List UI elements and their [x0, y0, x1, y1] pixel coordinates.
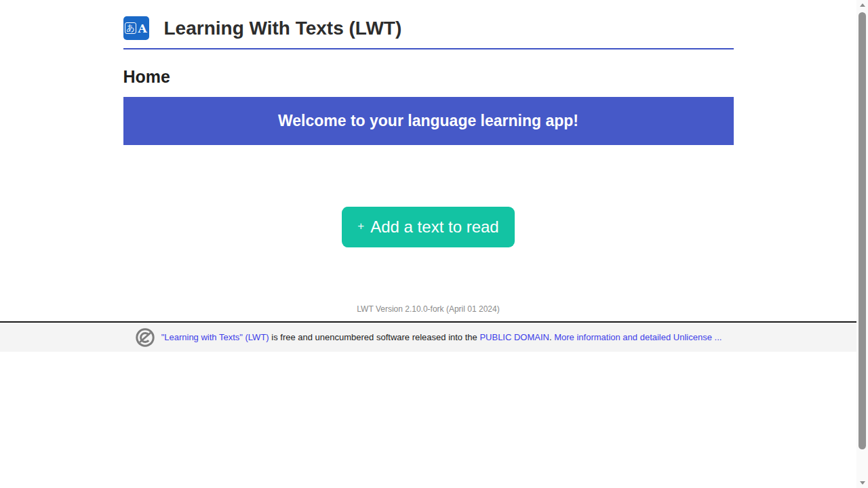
footer-bar: "Learning with Texts" (LWT) is free and …	[0, 321, 868, 352]
welcome-banner-text: Welcome to your language learning app!	[278, 112, 578, 130]
footer-link-more-info[interactable]: More information and detailed Unlicense …	[554, 332, 722, 342]
arrow-down-icon[interactable]	[856, 478, 868, 488]
scrollbar-thumb[interactable]	[859, 12, 866, 449]
action-row: + Add a text to read	[123, 207, 734, 247]
page-content: あ A Learning With Texts (LWT) Home Welco…	[123, 0, 734, 314]
arrow-up-icon[interactable]	[856, 0, 868, 10]
page-heading: Home	[123, 67, 734, 87]
translate-icon-latin-glyph: A	[138, 22, 147, 35]
add-text-button[interactable]: + Add a text to read	[342, 207, 514, 247]
app-header: あ A Learning With Texts (LWT)	[123, 0, 734, 49]
translate-icon: あ A	[123, 16, 149, 40]
browser-viewport: あ A Learning With Texts (LWT) Home Welco…	[0, 0, 856, 488]
app-title: Learning With Texts (LWT)	[164, 18, 402, 39]
add-text-button-label: Add a text to read	[370, 218, 498, 237]
welcome-banner: Welcome to your language learning app!	[123, 97, 734, 145]
version-text: LWT Version 2.10.0-fork (April 01 2024)	[123, 304, 734, 314]
public-domain-unlicense-icon	[135, 327, 155, 348]
plus-icon: +	[357, 220, 364, 233]
translate-icon-jp-glyph: あ	[125, 22, 136, 33]
footer-link-public-domain[interactable]: PUBLIC DOMAIN	[479, 332, 549, 342]
vertical-scrollbar[interactable]	[856, 0, 868, 488]
footer-middle-text: is free and unencumbered software releas…	[269, 332, 480, 342]
footer-text: "Learning with Texts" (LWT) is free and …	[161, 332, 722, 342]
footer-link-lwt[interactable]: "Learning with Texts" (LWT)	[161, 332, 269, 342]
